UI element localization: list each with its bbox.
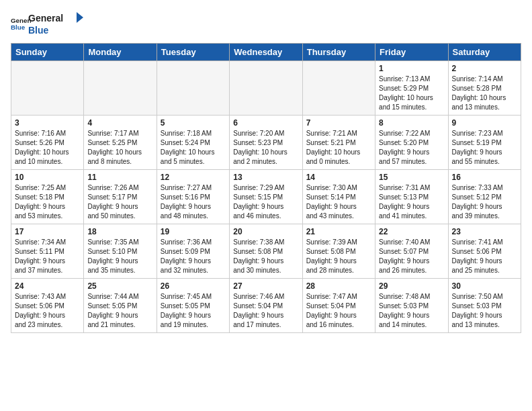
calendar-cell xyxy=(84,61,157,116)
calendar-cell: 8Sunrise: 7:22 AM Sunset: 5:20 PM Daylig… xyxy=(375,116,448,170)
day-info: Sunrise: 7:35 AM Sunset: 5:10 PM Dayligh… xyxy=(87,238,152,275)
calendar-cell: 13Sunrise: 7:29 AM Sunset: 5:15 PM Dayli… xyxy=(230,170,302,224)
day-info: Sunrise: 7:47 AM Sunset: 5:04 PM Dayligh… xyxy=(306,292,371,330)
day-info: Sunrise: 7:40 AM Sunset: 5:07 PM Dayligh… xyxy=(379,238,444,275)
day-info: Sunrise: 7:45 AM Sunset: 5:05 PM Dayligh… xyxy=(161,292,226,330)
svg-marker-4 xyxy=(77,12,83,23)
calendar-cell: 5Sunrise: 7:18 AM Sunset: 5:24 PM Daylig… xyxy=(157,116,229,170)
calendar-cell: 15Sunrise: 7:31 AM Sunset: 5:13 PM Dayli… xyxy=(375,170,448,224)
day-number: 4 xyxy=(87,118,152,128)
day-info: Sunrise: 7:16 AM Sunset: 5:26 PM Dayligh… xyxy=(15,129,80,167)
day-number: 5 xyxy=(161,118,226,128)
day-number: 3 xyxy=(15,118,80,128)
day-info: Sunrise: 7:34 AM Sunset: 5:11 PM Dayligh… xyxy=(15,238,80,275)
calendar-cell: 25Sunrise: 7:44 AM Sunset: 5:05 PM Dayli… xyxy=(84,279,157,333)
calendar-week-1: 1Sunrise: 7:13 AM Sunset: 5:29 PM Daylig… xyxy=(11,61,521,116)
day-info: Sunrise: 7:20 AM Sunset: 5:23 PM Dayligh… xyxy=(233,129,298,167)
day-info: Sunrise: 7:14 AM Sunset: 5:28 PM Dayligh… xyxy=(452,75,517,112)
weekday-header-monday: Monday xyxy=(84,44,157,61)
calendar-cell: 4Sunrise: 7:17 AM Sunset: 5:25 PM Daylig… xyxy=(84,116,157,170)
day-info: Sunrise: 7:13 AM Sunset: 5:29 PM Dayligh… xyxy=(379,75,444,112)
calendar-cell: 27Sunrise: 7:46 AM Sunset: 5:04 PM Dayli… xyxy=(230,279,302,333)
day-number: 24 xyxy=(15,281,80,291)
calendar-cell xyxy=(157,61,229,116)
calendar-cell xyxy=(11,61,84,116)
day-number: 9 xyxy=(452,118,517,128)
day-info: Sunrise: 7:38 AM Sunset: 5:08 PM Dayligh… xyxy=(233,238,298,275)
day-info: Sunrise: 7:41 AM Sunset: 5:06 PM Dayligh… xyxy=(452,238,517,275)
calendar-cell: 24Sunrise: 7:43 AM Sunset: 5:06 PM Dayli… xyxy=(11,279,84,333)
day-number: 21 xyxy=(306,227,371,236)
calendar-cell: 16Sunrise: 7:33 AM Sunset: 5:12 PM Dayli… xyxy=(448,170,521,224)
calendar-cell: 17Sunrise: 7:34 AM Sunset: 5:11 PM Dayli… xyxy=(11,224,84,279)
day-info: Sunrise: 7:36 AM Sunset: 5:09 PM Dayligh… xyxy=(161,238,226,275)
day-info: Sunrise: 7:39 AM Sunset: 5:08 PM Dayligh… xyxy=(306,238,371,275)
calendar-cell xyxy=(302,61,375,116)
day-info: Sunrise: 7:26 AM Sunset: 5:17 PM Dayligh… xyxy=(87,183,152,221)
calendar-cell xyxy=(230,61,302,116)
weekday-header-wednesday: Wednesday xyxy=(230,44,302,61)
day-info: Sunrise: 7:43 AM Sunset: 5:06 PM Dayligh… xyxy=(15,292,80,330)
calendar-cell: 23Sunrise: 7:41 AM Sunset: 5:06 PM Dayli… xyxy=(448,224,521,279)
svg-text:Blue: Blue xyxy=(11,24,26,31)
calendar-cell: 12Sunrise: 7:27 AM Sunset: 5:16 PM Dayli… xyxy=(157,170,229,224)
day-info: Sunrise: 7:29 AM Sunset: 5:15 PM Dayligh… xyxy=(233,183,298,221)
day-number: 14 xyxy=(306,173,371,182)
calendar-cell: 6Sunrise: 7:20 AM Sunset: 5:23 PM Daylig… xyxy=(230,116,302,170)
day-number: 10 xyxy=(15,173,80,182)
day-info: Sunrise: 7:44 AM Sunset: 5:05 PM Dayligh… xyxy=(87,292,152,330)
day-number: 30 xyxy=(452,281,517,291)
day-number: 15 xyxy=(379,173,444,182)
day-number: 1 xyxy=(379,64,444,73)
day-number: 12 xyxy=(161,173,226,182)
day-info: Sunrise: 7:33 AM Sunset: 5:12 PM Dayligh… xyxy=(452,183,517,221)
day-info: Sunrise: 7:17 AM Sunset: 5:25 PM Dayligh… xyxy=(87,129,152,167)
day-number: 16 xyxy=(452,173,517,182)
day-number: 28 xyxy=(306,281,371,291)
logo: General Blue General Blue xyxy=(11,11,89,36)
svg-text:Blue: Blue xyxy=(28,25,49,36)
day-number: 2 xyxy=(452,64,517,73)
day-number: 19 xyxy=(161,227,226,236)
day-number: 7 xyxy=(306,118,371,128)
calendar-cell: 20Sunrise: 7:38 AM Sunset: 5:08 PM Dayli… xyxy=(230,224,302,279)
day-number: 20 xyxy=(233,227,298,236)
weekday-header-friday: Friday xyxy=(375,44,448,61)
day-number: 8 xyxy=(379,118,444,128)
header: General Blue General Blue xyxy=(11,11,521,36)
calendar-cell: 11Sunrise: 7:26 AM Sunset: 5:17 PM Dayli… xyxy=(84,170,157,224)
calendar-cell: 2Sunrise: 7:14 AM Sunset: 5:28 PM Daylig… xyxy=(448,61,521,116)
calendar-cell: 7Sunrise: 7:21 AM Sunset: 5:21 PM Daylig… xyxy=(302,116,375,170)
svg-text:General: General xyxy=(28,13,63,24)
calendar-cell: 1Sunrise: 7:13 AM Sunset: 5:29 PM Daylig… xyxy=(375,61,448,116)
day-info: Sunrise: 7:30 AM Sunset: 5:14 PM Dayligh… xyxy=(306,183,371,221)
calendar-cell: 18Sunrise: 7:35 AM Sunset: 5:10 PM Dayli… xyxy=(84,224,157,279)
day-info: Sunrise: 7:18 AM Sunset: 5:24 PM Dayligh… xyxy=(161,129,226,167)
day-number: 29 xyxy=(379,281,444,291)
weekday-header-tuesday: Tuesday xyxy=(157,44,229,61)
day-number: 26 xyxy=(161,281,226,291)
day-number: 6 xyxy=(233,118,298,128)
day-number: 27 xyxy=(233,281,298,291)
calendar-cell: 29Sunrise: 7:48 AM Sunset: 5:03 PM Dayli… xyxy=(375,279,448,333)
weekday-header-sunday: Sunday xyxy=(11,44,84,61)
day-info: Sunrise: 7:21 AM Sunset: 5:21 PM Dayligh… xyxy=(306,129,371,167)
logo-svg: General Blue xyxy=(28,11,89,36)
calendar-cell: 21Sunrise: 7:39 AM Sunset: 5:08 PM Dayli… xyxy=(302,224,375,279)
calendar-week-4: 17Sunrise: 7:34 AM Sunset: 5:11 PM Dayli… xyxy=(11,224,521,279)
calendar-cell: 22Sunrise: 7:40 AM Sunset: 5:07 PM Dayli… xyxy=(375,224,448,279)
calendar-week-2: 3Sunrise: 7:16 AM Sunset: 5:26 PM Daylig… xyxy=(11,116,521,170)
day-info: Sunrise: 7:23 AM Sunset: 5:19 PM Dayligh… xyxy=(452,129,517,167)
day-info: Sunrise: 7:50 AM Sunset: 5:03 PM Dayligh… xyxy=(452,292,517,330)
day-number: 23 xyxy=(452,227,517,236)
day-info: Sunrise: 7:46 AM Sunset: 5:04 PM Dayligh… xyxy=(233,292,298,330)
calendar-cell: 9Sunrise: 7:23 AM Sunset: 5:19 PM Daylig… xyxy=(448,116,521,170)
calendar-week-5: 24Sunrise: 7:43 AM Sunset: 5:06 PM Dayli… xyxy=(11,279,521,333)
calendar-cell: 19Sunrise: 7:36 AM Sunset: 5:09 PM Dayli… xyxy=(157,224,229,279)
weekday-header-saturday: Saturday xyxy=(448,44,521,61)
weekday-header-thursday: Thursday xyxy=(302,44,375,61)
calendar-table: SundayMondayTuesdayWednesdayThursdayFrid… xyxy=(11,43,521,333)
calendar-cell: 28Sunrise: 7:47 AM Sunset: 5:04 PM Dayli… xyxy=(302,279,375,333)
day-number: 17 xyxy=(15,227,80,236)
day-info: Sunrise: 7:25 AM Sunset: 5:18 PM Dayligh… xyxy=(15,183,80,221)
